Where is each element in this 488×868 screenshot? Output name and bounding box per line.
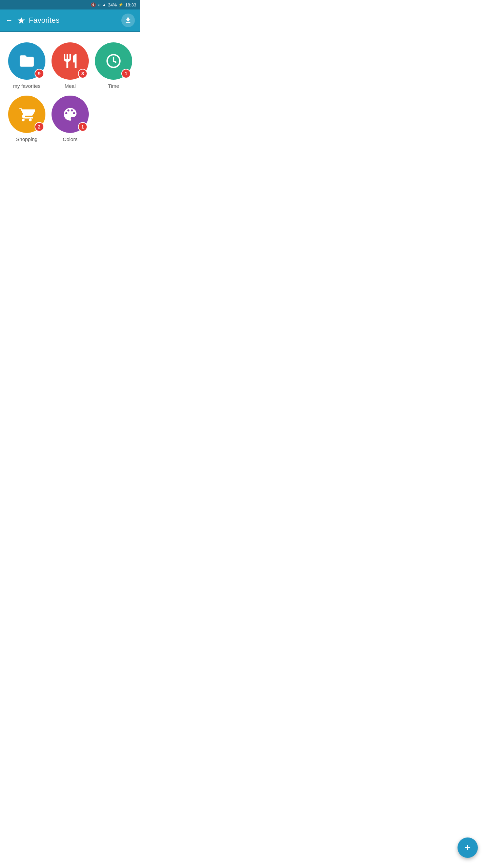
list-item[interactable]: 1 Time <box>94 42 134 89</box>
back-button[interactable]: ← <box>5 16 13 25</box>
app-bar: ← ★ Favorites <box>0 9 140 31</box>
list-item[interactable]: 3 Meal <box>50 42 90 89</box>
my-favorites-container: 9 <box>8 42 45 80</box>
download-button[interactable] <box>121 14 135 27</box>
shopping-container: 2 <box>8 96 45 133</box>
list-item[interactable]: 1 Colors <box>50 96 90 142</box>
palette-icon <box>62 106 79 123</box>
cast-icon: ⊕ <box>98 3 101 7</box>
meal-badge: 3 <box>78 69 87 78</box>
app-bar-left: ← ★ Favorites <box>5 15 59 26</box>
time-label: Time <box>108 83 119 89</box>
clock: 18:33 <box>125 2 136 7</box>
list-item[interactable]: 2 Shopping <box>7 96 47 142</box>
mute-icon: 🔇 <box>91 2 96 7</box>
time-badge: 1 <box>121 69 131 78</box>
my-favorites-badge: 9 <box>35 69 44 78</box>
shopping-label: Shopping <box>16 136 37 142</box>
title-group: ★ Favorites <box>17 15 59 26</box>
battery-icon: ⚡ <box>118 2 123 7</box>
meal-label: Meal <box>65 83 76 89</box>
shopping-badge: 2 <box>35 122 44 132</box>
colors-label: Colors <box>63 136 77 142</box>
star-icon: ★ <box>17 15 25 26</box>
my-favorites-label: my favorites <box>13 83 41 89</box>
main-content: 9 my favorites 3 Meal <box>0 32 140 152</box>
battery-percent: 34% <box>108 2 117 7</box>
cart-icon <box>18 106 35 123</box>
favorites-grid: 9 my favorites 3 Meal <box>7 42 134 142</box>
colors-badge: 1 <box>78 122 87 132</box>
meal-container: 3 <box>52 42 89 80</box>
cutlery-icon <box>62 53 79 70</box>
download-icon <box>124 17 132 24</box>
page-title: Favorites <box>29 16 59 25</box>
status-bar: 🔇 ⊕ ▲ 34% ⚡ 18:33 <box>0 0 140 9</box>
status-icons: 🔇 ⊕ ▲ 34% ⚡ 18:33 <box>91 2 136 7</box>
colors-container: 1 <box>52 96 89 133</box>
signal-icon: ▲ <box>102 2 106 7</box>
star-folder-icon <box>18 53 35 70</box>
clock-icon <box>105 53 122 70</box>
list-item[interactable]: 9 my favorites <box>7 42 47 89</box>
time-container: 1 <box>95 42 132 80</box>
